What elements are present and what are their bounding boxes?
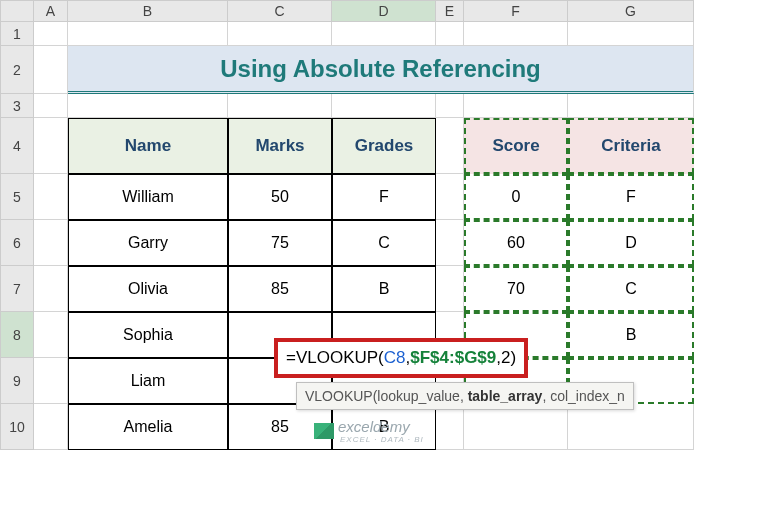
- cell-D4[interactable]: Grades: [332, 118, 436, 174]
- row-header-8[interactable]: 8: [0, 312, 34, 358]
- cell-D7[interactable]: B: [332, 266, 436, 312]
- cell-C1[interactable]: [228, 22, 332, 46]
- formula-prefix: =VLOOKUP(: [286, 348, 384, 367]
- cell-B5[interactable]: William: [68, 174, 228, 220]
- cell-B10[interactable]: Amelia: [68, 404, 228, 450]
- select-all-corner[interactable]: [0, 0, 34, 22]
- col-header-G[interactable]: G: [568, 0, 694, 22]
- cell-E4[interactable]: [436, 118, 464, 174]
- cell-A1[interactable]: [34, 22, 68, 46]
- cell-G5[interactable]: F: [568, 174, 694, 220]
- cell-F4[interactable]: Score: [464, 118, 568, 174]
- cell-D1[interactable]: [332, 22, 436, 46]
- cell-G8[interactable]: B: [568, 312, 694, 358]
- row-header-4[interactable]: 4: [0, 118, 34, 174]
- cell-F5[interactable]: 0: [464, 174, 568, 220]
- cell-E7[interactable]: [436, 266, 464, 312]
- cell-C3[interactable]: [228, 94, 332, 118]
- cell-B9[interactable]: Liam: [68, 358, 228, 404]
- row-header-7[interactable]: 7: [0, 266, 34, 312]
- col-header-D[interactable]: D: [332, 0, 436, 22]
- formula-arg-range: $F$4:$G$9: [410, 348, 496, 367]
- cell-B2[interactable]: Using Absolute Referencing: [68, 46, 694, 94]
- cell-A4[interactable]: [34, 118, 68, 174]
- cell-F1[interactable]: [464, 22, 568, 46]
- cell-A10[interactable]: [34, 404, 68, 450]
- cell-G10[interactable]: [568, 404, 694, 450]
- row-header-1[interactable]: 1: [0, 22, 34, 46]
- formula-arg-lookup: C8: [384, 348, 406, 367]
- watermark: exceldemy EXCEL · DATA · BI: [314, 418, 424, 444]
- row-header-5[interactable]: 5: [0, 174, 34, 220]
- cell-A7[interactable]: [34, 266, 68, 312]
- col-header-A[interactable]: A: [34, 0, 68, 22]
- cell-E10[interactable]: [436, 404, 464, 450]
- cell-A3[interactable]: [34, 94, 68, 118]
- cell-D5[interactable]: F: [332, 174, 436, 220]
- row-header-10[interactable]: 10: [0, 404, 34, 450]
- cell-D3[interactable]: [332, 94, 436, 118]
- cell-G3[interactable]: [568, 94, 694, 118]
- col-header-E[interactable]: E: [436, 0, 464, 22]
- cell-F10[interactable]: [464, 404, 568, 450]
- formula-edit-box[interactable]: =VLOOKUP(C8,$F$4:$G$9,2): [274, 338, 528, 378]
- column-headers: ABCDEFG: [0, 0, 694, 22]
- cell-A5[interactable]: [34, 174, 68, 220]
- cell-E3[interactable]: [436, 94, 464, 118]
- cell-A2[interactable]: [34, 46, 68, 94]
- col-header-B[interactable]: B: [68, 0, 228, 22]
- cell-G1[interactable]: [568, 22, 694, 46]
- cell-G7[interactable]: C: [568, 266, 694, 312]
- cell-E1[interactable]: [436, 22, 464, 46]
- cell-A6[interactable]: [34, 220, 68, 266]
- cell-E6[interactable]: [436, 220, 464, 266]
- col-header-F[interactable]: F: [464, 0, 568, 22]
- cell-C6[interactable]: 75: [228, 220, 332, 266]
- cell-G4[interactable]: Criteria: [568, 118, 694, 174]
- cell-C4[interactable]: Marks: [228, 118, 332, 174]
- cell-F7[interactable]: 70: [464, 266, 568, 312]
- watermark-logo-icon: [314, 423, 334, 439]
- row-header-2[interactable]: 2: [0, 46, 34, 94]
- cell-B8[interactable]: Sophia: [68, 312, 228, 358]
- row-header-6[interactable]: 6: [0, 220, 34, 266]
- cell-B4[interactable]: Name: [68, 118, 228, 174]
- cell-D6[interactable]: C: [332, 220, 436, 266]
- cell-B7[interactable]: Olivia: [68, 266, 228, 312]
- col-header-C[interactable]: C: [228, 0, 332, 22]
- row-header-9[interactable]: 9: [0, 358, 34, 404]
- cell-A8[interactable]: [34, 312, 68, 358]
- cell-E5[interactable]: [436, 174, 464, 220]
- cell-F6[interactable]: 60: [464, 220, 568, 266]
- cell-C7[interactable]: 85: [228, 266, 332, 312]
- cell-G6[interactable]: D: [568, 220, 694, 266]
- cell-B3[interactable]: [68, 94, 228, 118]
- cell-A9[interactable]: [34, 358, 68, 404]
- cell-F3[interactable]: [464, 94, 568, 118]
- formula-tooltip: VLOOKUP(lookup_value, table_array, col_i…: [296, 382, 634, 410]
- cell-B6[interactable]: Garry: [68, 220, 228, 266]
- cell-B1[interactable]: [68, 22, 228, 46]
- cell-C5[interactable]: 50: [228, 174, 332, 220]
- row-header-3[interactable]: 3: [0, 94, 34, 118]
